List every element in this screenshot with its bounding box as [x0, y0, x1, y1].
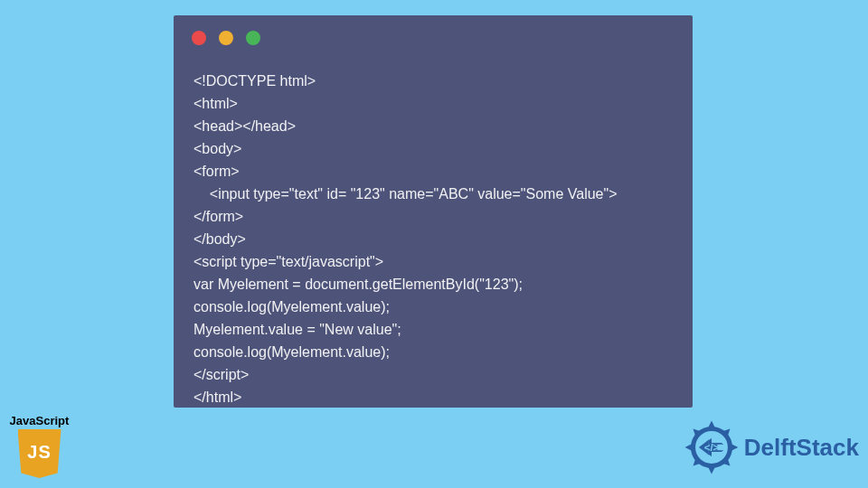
svg-marker-1: [708, 421, 715, 428]
svg-marker-3: [684, 444, 692, 451]
minimize-icon[interactable]: [219, 31, 233, 45]
code-block: <!DOCTYPE html> <html> <head></head> <bo…: [174, 61, 693, 408]
svg-marker-4: [731, 444, 739, 451]
javascript-badge: JavaScript JS: [5, 414, 73, 478]
delftstack-text: DelftStack: [744, 434, 859, 462]
maximize-icon[interactable]: [246, 31, 260, 45]
javascript-label: JavaScript: [5, 414, 73, 427]
javascript-logo-text: JS: [27, 442, 51, 463]
delftstack-gear-icon: </>: [683, 418, 741, 476]
javascript-shield-icon: JS: [18, 429, 61, 478]
svg-text:</>: </>: [704, 442, 720, 453]
close-icon[interactable]: [192, 31, 206, 45]
code-window: <!DOCTYPE html> <html> <head></head> <bo…: [174, 15, 693, 408]
svg-marker-2: [708, 467, 715, 474]
window-titlebar: [174, 15, 693, 61]
delftstack-brand: </> DelftStack: [683, 418, 859, 476]
